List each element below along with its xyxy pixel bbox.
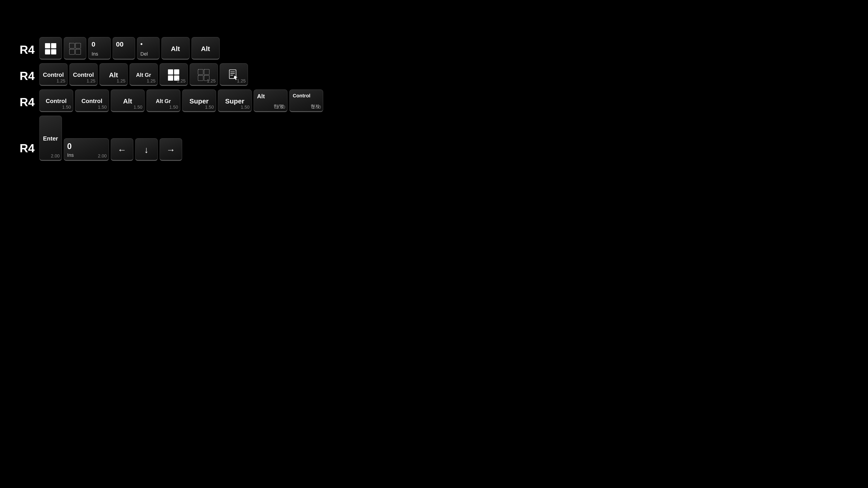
row1-keys: 0 Ins 00 • Del Alt Alt <box>38 36 221 61</box>
numpad-0-label: 0 <box>92 40 95 48</box>
alt-hangyeong-size: 1.50 <box>276 105 285 110</box>
svg-rect-4 <box>69 43 74 48</box>
key-numpad-0-ins[interactable]: 0 Ins <box>88 37 111 60</box>
control-hanja-size: 1.50 <box>312 105 321 110</box>
key-alt-hangyeong[interactable]: Alt 한/영 1.50 <box>254 90 287 112</box>
altgr-2-size: 1.50 <box>169 105 178 110</box>
key-arrow-right[interactable]: → <box>160 138 182 161</box>
numpad-ins-2-bottom: Ins <box>67 152 74 158</box>
key-windows-2[interactable] <box>64 37 86 60</box>
windows-icon-1 <box>43 40 58 57</box>
key-control-hanja[interactable]: Control 한자 1.50 <box>289 90 323 112</box>
key-alt-3[interactable]: Alt 1.25 <box>99 63 128 86</box>
row-label-1: R4 <box>16 36 38 57</box>
numpad-del-label: Del <box>141 51 148 57</box>
row-label-2: R4 <box>16 62 38 83</box>
svg-rect-2 <box>45 49 50 55</box>
enter-label: Enter <box>43 119 58 158</box>
arrow-down-label: ↓ <box>138 142 154 158</box>
row4-keys: Enter 2.00 0 Ins 2.00 ← ↓ → <box>38 115 183 162</box>
context-menu-size: 1.25 <box>237 78 246 84</box>
svg-rect-12 <box>198 69 203 74</box>
numpad-00-label: 00 <box>116 40 123 48</box>
control-1-size: 1.25 <box>57 78 65 84</box>
svg-rect-14 <box>198 75 203 80</box>
key-altgr-1[interactable]: Alt Gr 1.25 <box>129 63 158 86</box>
key-control-1[interactable]: Control 1.25 <box>39 63 68 86</box>
key-context-menu[interactable]: 1.25 <box>220 63 248 86</box>
key-numpad-00[interactable]: 00 <box>113 37 135 60</box>
row-r4-1: R4 <box>16 36 324 61</box>
row3-keys: Control 1.50 Control 1.50 Alt 1.50 Alt G… <box>38 89 324 113</box>
key-super-2[interactable]: Super 1.50 <box>218 90 252 112</box>
svg-rect-0 <box>45 43 50 48</box>
key-windows-4[interactable]: 1.25 <box>190 63 218 86</box>
key-altgr-2[interactable]: Alt Gr 1.50 <box>147 90 180 112</box>
windows-3-size: 1.25 <box>177 78 186 84</box>
arrow-right-label: → <box>163 142 179 158</box>
numpad-dot-label: • <box>141 40 143 48</box>
svg-rect-13 <box>204 69 209 74</box>
svg-rect-1 <box>51 43 56 48</box>
svg-rect-6 <box>69 49 74 55</box>
row-r4-2: R4 Control 1.25 Control 1.25 Alt 1.25 Al… <box>16 62 324 87</box>
row-r4-3: R4 Control 1.50 Control 1.50 Alt 1.50 Al… <box>16 89 324 113</box>
alt-4-size: 1.50 <box>133 105 143 110</box>
numpad-ins-2-size: 2.00 <box>98 153 107 159</box>
key-arrow-down[interactable]: ↓ <box>135 138 158 161</box>
super-1-size: 1.50 <box>205 105 214 110</box>
svg-rect-10 <box>168 75 173 80</box>
row-r4-4: R4 Enter 2.00 0 Ins 2.00 ← ↓ <box>16 115 324 162</box>
key-arrow-left[interactable]: ← <box>111 138 133 161</box>
key-windows-3[interactable]: 1.25 <box>160 63 188 86</box>
numpad-ins-label: Ins <box>92 51 98 57</box>
key-control-2[interactable]: Control 1.25 <box>69 63 98 86</box>
key-control-4[interactable]: Control 1.50 <box>75 90 109 112</box>
key-numpad-del[interactable]: • Del <box>137 37 160 60</box>
row-label-3: R4 <box>16 89 38 109</box>
key-alt-1[interactable]: Alt <box>161 37 190 60</box>
key-numpad-ins-2[interactable]: 0 Ins 2.00 <box>64 138 109 161</box>
control-4-size: 1.50 <box>98 105 107 110</box>
control-2-size: 1.25 <box>87 78 95 84</box>
super-2-size: 1.50 <box>241 105 250 110</box>
key-alt-4[interactable]: Alt 1.50 <box>111 90 145 112</box>
alt-3-size: 1.25 <box>117 78 125 84</box>
key-control-3[interactable]: Control 1.50 <box>39 90 73 112</box>
altgr-1-size: 1.25 <box>147 78 156 84</box>
keyboard-container: R4 <box>16 36 324 164</box>
alt-2-label: Alt <box>195 40 216 57</box>
row2-keys: Control 1.25 Control 1.25 Alt 1.25 Alt G… <box>38 62 249 87</box>
numpad-ins-2-top: 0 <box>67 142 72 151</box>
svg-rect-7 <box>75 49 81 55</box>
key-super-1[interactable]: Super 1.50 <box>182 90 216 112</box>
svg-rect-8 <box>168 69 173 74</box>
key-alt-2[interactable]: Alt <box>191 37 220 60</box>
key-enter[interactable]: Enter 2.00 <box>39 116 62 161</box>
windows-icon-faded-2 <box>67 40 83 57</box>
control-3-size: 1.50 <box>62 105 71 110</box>
arrow-left-label: ← <box>114 142 130 158</box>
key-windows-1[interactable] <box>39 37 62 60</box>
enter-size: 2.00 <box>51 153 60 159</box>
control-hanja-top: Control <box>293 93 310 99</box>
alt-hangyeong-top: Alt <box>257 93 265 100</box>
row-label-4: R4 <box>16 135 38 162</box>
svg-rect-5 <box>75 43 81 48</box>
svg-rect-9 <box>174 69 179 74</box>
windows-4-size: 1.25 <box>207 78 216 84</box>
alt-1-label: Alt <box>165 40 186 57</box>
svg-rect-3 <box>51 49 56 55</box>
